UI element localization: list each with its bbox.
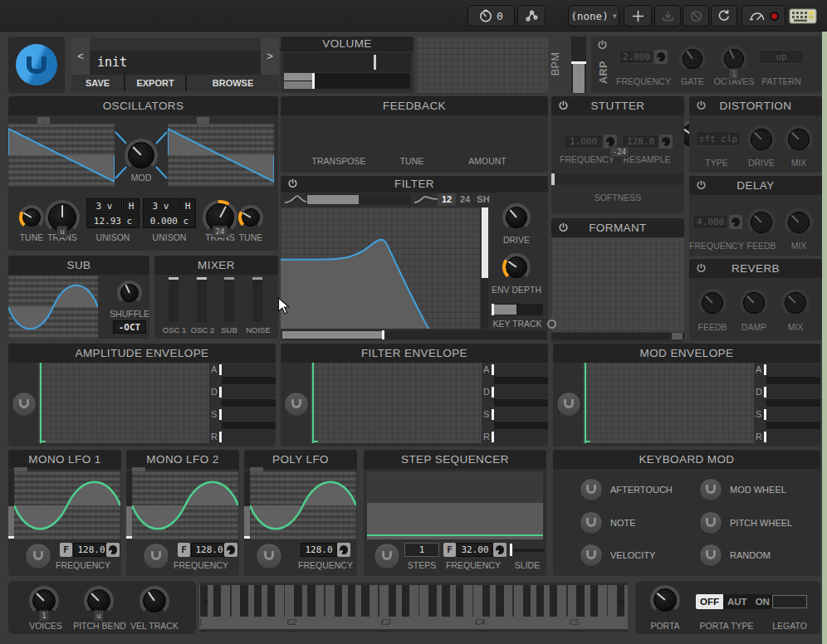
poly-lfo-mod-source[interactable] [256, 543, 282, 569]
stutter-softness-slider[interactable] [551, 173, 684, 185]
distortion-power-button[interactable] [696, 100, 707, 111]
filter-blend-slider[interactable] [306, 194, 411, 205]
formant-x-sl ider[interactable] [551, 333, 684, 339]
osc2-unison-harmonize[interactable]: H [179, 198, 196, 213]
bpm-slider[interactable] [571, 37, 586, 93]
velocity-mod-source[interactable] [580, 544, 603, 567]
import-button[interactable] [654, 5, 681, 27]
vel-track-knob[interactable] [139, 586, 169, 616]
delay-power-button[interactable] [696, 180, 707, 191]
preset-dropdown[interactable]: (none) ▼ [568, 5, 619, 27]
arp-frequency-value[interactable]: 2.000 [619, 50, 653, 64]
save-button[interactable]: SAVE [71, 75, 124, 91]
osc1-phase-handle[interactable] [37, 117, 50, 124]
lfo1-amplitude-slider[interactable] [8, 471, 14, 539]
modenv-sustain-slider[interactable] [764, 409, 820, 420]
piano-key-black[interactable] [523, 585, 531, 617]
piano-scroll-left[interactable]: ◄ [199, 589, 210, 614]
lfo1-waveform-display[interactable] [14, 471, 120, 539]
piano-key-black[interactable] [213, 585, 222, 617]
lfo2-amplitude-slider[interactable] [126, 471, 132, 539]
step-seq-sync-button[interactable]: F [443, 543, 456, 557]
filter-cutoff-slider[interactable] [282, 330, 546, 339]
mixer-osc1-slider[interactable] [169, 277, 179, 322]
piano-key-black[interactable] [267, 585, 276, 617]
reverb-feedback-knob[interactable] [698, 289, 727, 317]
step-sequencer-display[interactable] [367, 471, 543, 539]
modulation-graph-button[interactable] [517, 5, 546, 27]
piano-key-black[interactable] [361, 585, 369, 617]
arp-pattern-value[interactable]: up [759, 50, 804, 64]
filter-key-track-slider[interactable] [492, 304, 543, 315]
piano-key-black[interactable] [335, 585, 343, 617]
poly-lfo-waveform-display[interactable] [250, 471, 356, 539]
sub-waveform-display[interactable] [8, 276, 98, 339]
lfo2-tempo-icon[interactable] [224, 543, 237, 557]
osc2-unison-voices[interactable]: 3 v [143, 198, 179, 213]
piano-key-black[interactable] [442, 585, 450, 617]
mixer-osc2-slider[interactable] [197, 277, 207, 322]
aftertouch-mod-source[interactable] [580, 478, 603, 501]
mod-env-mod-source[interactable] [556, 392, 581, 417]
poly-lfo-amplitude-slider[interactable] [244, 471, 250, 539]
filter-env-depth-knob[interactable] [502, 253, 531, 281]
osc1-unison-voices[interactable]: 3 v [86, 198, 122, 213]
step-seq-steps-value[interactable]: 1 [404, 543, 439, 557]
filterenv-sustain-slider[interactable] [492, 409, 548, 420]
filter-24db-button[interactable]: 24 [457, 193, 473, 206]
poly-lfo-frequency-value[interactable]: 128.0 [301, 543, 337, 557]
piano-key-black[interactable] [456, 585, 464, 617]
timer-button[interactable]: 0 [467, 5, 515, 27]
modenv-decay-slider[interactable] [764, 387, 820, 398]
random-mod-source[interactable] [699, 544, 722, 567]
virtual-keyboard-icon[interactable] [789, 6, 817, 26]
note-mod-source[interactable] [580, 511, 603, 534]
amp-decay-slider[interactable] [219, 387, 276, 398]
piano-key-black[interactable] [482, 585, 491, 617]
distortion-mix-knob[interactable] [785, 125, 813, 154]
lfo1-tempo-icon[interactable] [106, 543, 120, 557]
filter-resonance-slider[interactable] [482, 207, 488, 329]
filter-power-button[interactable] [287, 178, 298, 189]
reverb-power-button[interactable] [696, 263, 707, 274]
osc1-unison-detune[interactable]: 12.93 c [86, 214, 139, 228]
step-seq-frequency-value[interactable]: 32.00 [457, 543, 493, 557]
stutter-resample-sync-icon[interactable] [659, 134, 673, 149]
porta-off-option[interactable]: OFF [696, 594, 723, 609]
filterenv-attack-slider[interactable] [492, 364, 548, 375]
piano-scroll-right[interactable]: ► [617, 589, 628, 614]
porta-on-option[interactable]: ON [751, 594, 774, 609]
stutter-power-button[interactable] [558, 100, 569, 111]
filter-12db-button[interactable]: 12 [438, 193, 456, 206]
delay-frequency-value[interactable]: 4.000 [692, 215, 728, 229]
modenv-attack-slider[interactable] [764, 364, 820, 375]
legato-checkbox[interactable] [772, 595, 807, 608]
amp-env-mod-source[interactable] [12, 392, 37, 417]
export-button[interactable]: EXPORT [125, 75, 185, 91]
step-seq-mod-source[interactable] [374, 543, 400, 569]
amp-sustain-slider[interactable] [219, 409, 276, 420]
filter-response-display[interactable] [281, 207, 480, 329]
patch-next-button[interactable]: > [261, 38, 279, 75]
mod-env-display[interactable] [583, 363, 754, 443]
reverb-mix-knob[interactable] [781, 289, 810, 317]
piano-key-black[interactable] [536, 585, 545, 617]
osc1-unison-box[interactable]: 3 v H 12.93 c [86, 198, 139, 228]
porta-knob[interactable] [650, 585, 680, 615]
osc2-phase-handle[interactable] [197, 117, 209, 124]
mod-wheel-mod-source[interactable] [699, 478, 722, 501]
lfo1-mod-source[interactable] [25, 543, 51, 569]
osc1-tune-knob[interactable] [19, 205, 44, 230]
piano-key-black[interactable] [402, 585, 410, 617]
piano-key-black[interactable] [590, 585, 599, 617]
osc2-unison-box[interactable]: 3 v H 0.000 c [143, 198, 196, 228]
pitch-wheel-mod-source[interactable] [699, 511, 722, 534]
amp-env-display[interactable] [38, 363, 209, 443]
arp-gate-knob[interactable] [679, 46, 706, 72]
osc1-unison-harmonize[interactable]: H [123, 198, 139, 213]
lfo2-waveform-display[interactable] [132, 471, 238, 539]
formant-power-button[interactable] [558, 222, 569, 233]
arp-frequency-sync-icon[interactable] [654, 50, 668, 64]
piano-key-black[interactable] [240, 585, 248, 617]
cross-mod-knob[interactable] [125, 139, 158, 172]
